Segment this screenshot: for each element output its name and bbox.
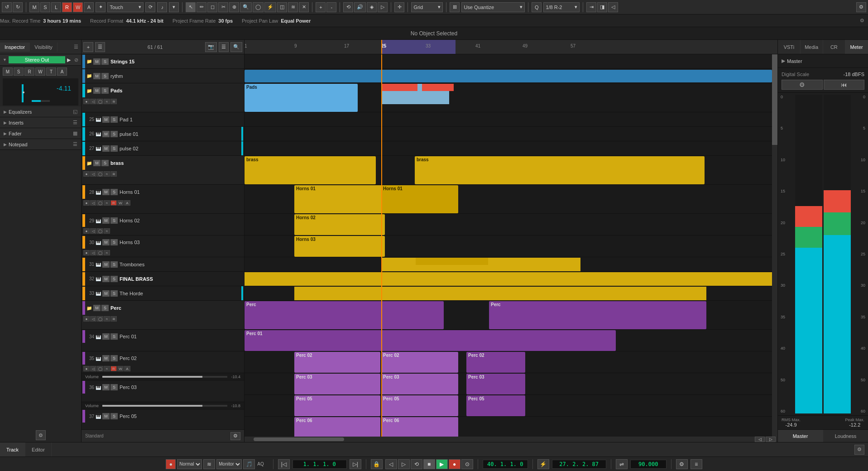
- list-item[interactable]: 27 🎹 M S pulse 02: [82, 141, 244, 156]
- clip-red-2[interactable]: [422, 84, 454, 91]
- ctrl-btn[interactable]: ≋: [110, 99, 117, 104]
- ctrl-s[interactable]: S: [14, 67, 24, 76]
- settings-icon-right[interactable]: ⚙: [860, 18, 868, 24]
- record-btn[interactable]: R: [110, 200, 117, 206]
- rubber-btn[interactable]: ◻: [207, 2, 217, 12]
- loop-btn[interactable]: ⟲: [343, 2, 353, 12]
- ctrl-btn[interactable]: A: [124, 200, 130, 206]
- list-item[interactable]: 📁 M S brass ● ◁ ◯ ≈ ≋: [82, 156, 244, 185]
- mute-btn[interactable]: M: [93, 160, 101, 166]
- scroll-right-btn[interactable]: ▷: [766, 437, 776, 442]
- a-btn[interactable]: A: [84, 2, 94, 12]
- solo-btn[interactable]: S: [110, 116, 118, 123]
- crosshair-btn[interactable]: ✛: [394, 2, 404, 12]
- tab-inspector[interactable]: Inspector: [0, 43, 30, 52]
- l-btn[interactable]: L: [51, 2, 61, 12]
- rewind-end-btn[interactable]: ⊙: [461, 459, 473, 469]
- ctrl-btn[interactable]: ●: [83, 316, 90, 322]
- list-item[interactable]: 📁 M S rythm: [82, 69, 244, 83]
- list-item[interactable]: 35 🎹 M S Perc 02 ● ◁ ◯ ≈ R W A: [82, 351, 244, 373]
- scrollbar-thumb[interactable]: [772, 54, 777, 145]
- zoom-out-h[interactable]: -: [326, 2, 336, 12]
- solo-btn[interactable]: S: [110, 333, 118, 340]
- add-track-btn[interactable]: +: [83, 42, 93, 52]
- list-item[interactable]: 37 🎹 M S Perc 05: [82, 409, 244, 429]
- mute-btn[interactable]: M: [102, 261, 110, 268]
- metronome-click-btn[interactable]: 🎵: [243, 459, 255, 469]
- clip-perc02-3[interactable]: Perc 02: [466, 352, 525, 373]
- clip-perc05-3[interactable]: Perc 05: [466, 395, 525, 416]
- play-btn[interactable]: ▶: [436, 459, 448, 469]
- stop-btn[interactable]: ■: [423, 459, 435, 469]
- ctrl-btn[interactable]: ≈: [104, 228, 110, 234]
- stereo-out-button[interactable]: Stereo Out: [9, 56, 65, 63]
- ctrl-btn[interactable]: ◯: [97, 228, 103, 234]
- clip-perc-2[interactable]: Perc: [489, 301, 706, 329]
- notepad-header[interactable]: ▶ Notepad ☰: [0, 139, 81, 149]
- ctrl-btn[interactable]: ●: [83, 250, 90, 255]
- mute-btn[interactable]: M: [102, 239, 110, 245]
- pencil-btn[interactable]: ✏: [197, 2, 206, 12]
- record-btn[interactable]: ●: [449, 459, 460, 469]
- list-item[interactable]: 36 🎹 M S Perc 03: [82, 380, 244, 402]
- list-item[interactable]: 31 🎹 M S Trombones: [82, 257, 244, 272]
- solo-btn[interactable]: S: [101, 58, 109, 65]
- fraction-dropdown[interactable]: 1/8 R-2 ▾: [543, 2, 580, 12]
- gear-settings-btn[interactable]: ⚙: [782, 80, 823, 90]
- list-view-btn[interactable]: ☰: [219, 42, 229, 52]
- ctrl-btn[interactable]: ◁: [90, 99, 96, 104]
- star-btn[interactable]: ✦: [96, 2, 106, 12]
- tab-track[interactable]: Track: [0, 442, 25, 457]
- music-btn[interactable]: ♪: [157, 2, 167, 12]
- velocity-btn[interactable]: ⚡: [264, 2, 276, 12]
- list-item[interactable]: 25 🎹 M S Pad 1: [82, 112, 244, 127]
- solo-btn[interactable]: S: [101, 73, 109, 79]
- redo-button[interactable]: ↻: [13, 2, 23, 12]
- solo-btn[interactable]: S: [110, 413, 118, 419]
- clip-pads-1[interactable]: Pads: [245, 84, 358, 112]
- tab-cr[interactable]: CR: [823, 40, 846, 54]
- h-scrollbar-thumb[interactable]: [254, 437, 344, 441]
- monitor-select[interactable]: Monitor: [216, 459, 242, 469]
- search-tracks-btn[interactable]: 🔍: [230, 42, 242, 52]
- record-mode-btn[interactable]: ●: [166, 459, 176, 469]
- mute-btn[interactable]: M: [102, 145, 110, 152]
- ctrl-t[interactable]: T: [46, 67, 56, 76]
- quantize-dropdown[interactable]: Use Quantize ▾: [461, 2, 525, 12]
- bypass-icon[interactable]: ⊘: [74, 57, 78, 63]
- tab-media[interactable]: Media: [801, 40, 823, 54]
- list-item[interactable]: 📁 M S Perc ● ◁ ◯ ≈ ≋: [82, 301, 244, 330]
- ctrl-btn[interactable]: ≋: [110, 316, 117, 322]
- touch-mode-dropdown[interactable]: Touch ▾: [107, 2, 144, 12]
- mute-btn[interactable]: M: [102, 333, 110, 340]
- q-btn[interactable]: Q: [532, 2, 542, 12]
- tab-loudness-right[interactable]: Loudness: [823, 430, 868, 442]
- clip-perc02-2[interactable]: Perc 02: [381, 352, 458, 373]
- eq-header[interactable]: ▶ Equalizers ◱: [0, 106, 81, 117]
- ctrl-btn[interactable]: ◯: [97, 250, 103, 255]
- ctrl-btn[interactable]: ◁: [90, 250, 96, 255]
- zoom-in-h[interactable]: +: [316, 2, 326, 12]
- ctrl-btn[interactable]: ≈: [104, 250, 110, 255]
- ctrl-r[interactable]: R: [24, 67, 34, 76]
- mute-btn[interactable]: M: [102, 355, 110, 361]
- clip-perc01[interactable]: Perc 01: [245, 330, 616, 351]
- comp-btn[interactable]: ≋: [288, 2, 298, 12]
- nudge-left-btn[interactable]: ◁: [385, 459, 397, 469]
- tab-vsti[interactable]: VSTi: [778, 40, 801, 54]
- sync-mode-btn[interactable]: ⇌: [616, 459, 628, 469]
- clip-perc02-1[interactable]: Perc 02: [294, 352, 380, 373]
- ctrl-btn[interactable]: ≋: [110, 171, 117, 177]
- list-item[interactable]: 34 🎹 M S Perc 01: [82, 330, 244, 351]
- tab-editor[interactable]: Editor: [25, 442, 52, 457]
- ctrl-btn[interactable]: W: [117, 366, 124, 371]
- mute-btn[interactable]: M: [102, 189, 110, 195]
- ctrl-btn[interactable]: ◁: [90, 200, 96, 206]
- solo-btn[interactable]: S: [101, 160, 109, 166]
- ctrl-btn[interactable]: ●: [83, 228, 90, 234]
- ctrl-btn[interactable]: W: [117, 200, 124, 206]
- settings-btn[interactable]: ⚙: [36, 430, 46, 440]
- grid-dropdown[interactable]: Grid ▾: [411, 2, 443, 12]
- metronome-btn[interactable]: ◈: [367, 2, 377, 12]
- ctrl-btn[interactable]: ◯: [97, 366, 103, 371]
